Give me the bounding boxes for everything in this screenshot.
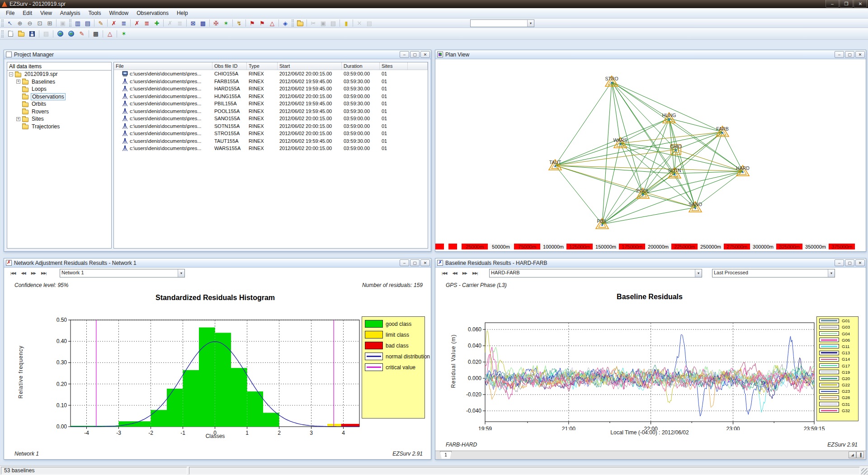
toolbar-search-combobox[interactable]: ▼ xyxy=(470,19,534,27)
edit-report-button[interactable]: ✎ xyxy=(76,29,87,39)
next-button[interactable]: ▶▶ xyxy=(28,270,38,277)
station-taut[interactable]: TAUT xyxy=(549,160,561,170)
toolbar-grip[interactable] xyxy=(1,19,4,27)
tree-item-trajectories[interactable]: Trajectories xyxy=(7,123,111,131)
close-button[interactable]: ✕ xyxy=(854,0,867,8)
remove-observation-button[interactable]: ✗ xyxy=(109,19,119,28)
previous-button[interactable]: ◀◀ xyxy=(449,270,459,277)
report-view-button[interactable]: ▤ xyxy=(83,19,93,28)
observation-signals-button[interactable]: ≣ xyxy=(119,19,129,28)
obs-file-row-chio155a[interactable]: c:\users\denis\documents\pres...CHIO155A… xyxy=(114,70,428,78)
obs-file-row-farb155a[interactable]: c:\users\denis\documents\pres...FARB155A… xyxy=(114,78,428,85)
zoom-out-button[interactable]: ⊖ xyxy=(25,19,35,28)
obs-file-row-sotn155a[interactable]: c:\users\denis\documents\pres...SOTN155A… xyxy=(114,122,428,130)
antenna-tower-button[interactable]: ✶ xyxy=(221,19,231,28)
column-header-sites[interactable]: Sites xyxy=(380,62,408,70)
plan-view-canvas[interactable]: STROHUNGFARBWARSCHIOTAUTSOTNHARDPOOLSANO… xyxy=(435,59,866,251)
tree-item-20120919-spr[interactable]: −20120919.spr xyxy=(7,71,111,78)
plan-edit-button[interactable]: ✎ xyxy=(96,19,106,28)
maximize-button[interactable]: ▢ xyxy=(410,259,420,266)
tree-expander-icon[interactable]: − xyxy=(9,72,13,76)
network-selector-combobox[interactable]: Network 1 ▼ xyxy=(60,269,185,277)
column-header-file[interactable]: File xyxy=(114,62,212,70)
process-data-button[interactable]: ◈ xyxy=(280,19,290,28)
chart-tab-1[interactable]: 1 xyxy=(440,451,452,459)
previous-button[interactable]: ◀◀ xyxy=(18,270,28,277)
column-header-type[interactable]: Type xyxy=(247,62,278,70)
flag-button[interactable]: ⚑ xyxy=(257,19,267,28)
select-pointer-button[interactable]: ↖ xyxy=(5,19,15,28)
paste-button[interactable]: ▤ xyxy=(328,19,338,28)
minimize-button[interactable]: – xyxy=(835,51,844,58)
zoom-window-button[interactable]: ⊡ xyxy=(35,19,45,28)
last-button[interactable]: ▶▶| xyxy=(38,270,49,277)
toolbar-grip[interactable] xyxy=(1,30,4,38)
zoom-in-button[interactable]: ⊕ xyxy=(15,19,25,28)
tree-item-rovers[interactable]: Rovers xyxy=(7,108,111,116)
add-station-button[interactable]: ✚ xyxy=(152,19,162,28)
first-button[interactable]: |◀◀ xyxy=(8,270,18,277)
print-button[interactable]: ▤ xyxy=(41,29,52,39)
process-manager-button[interactable]: ▮ xyxy=(341,19,351,28)
menu-help[interactable]: Help xyxy=(173,9,192,18)
adjust-triangle-button[interactable]: △ xyxy=(267,19,277,28)
obs-file-row-wars155a[interactable]: c:\users\denis\documents\pres...WARS155A… xyxy=(114,145,428,152)
network-adjustment-titlebar[interactable]: Network Adjustment Residuals Results - N… xyxy=(4,259,431,268)
column-header-duration[interactable]: Duration xyxy=(342,62,380,70)
tree-expander-icon[interactable]: + xyxy=(16,117,20,121)
obs-file-row-taut155a[interactable]: c:\users\denis\documents\pres...TAUT155A… xyxy=(114,137,428,145)
toolbar-grip[interactable] xyxy=(69,19,71,27)
edit-station-button[interactable]: ✗ xyxy=(132,19,142,28)
open-project-button[interactable] xyxy=(16,29,27,39)
web-mission-planning-button[interactable] xyxy=(55,29,66,39)
network-edit-button[interactable]: ✠ xyxy=(211,19,221,28)
obs-file-row-pool155a[interactable]: c:\users\denis\documents\pres...POOL155A… xyxy=(114,108,428,115)
resize-grip[interactable] xyxy=(861,468,868,475)
minimize-button[interactable]: – xyxy=(835,259,844,266)
tree-item-orbits[interactable]: Orbits xyxy=(7,100,111,108)
restore-button[interactable]: ❐ xyxy=(840,0,853,8)
station-pbil[interactable]: PBIL xyxy=(596,218,609,229)
copy-button[interactable]: ▣ xyxy=(318,19,328,28)
maximize-button[interactable]: ▢ xyxy=(845,51,854,58)
chevron-down-icon[interactable]: ▼ xyxy=(527,20,534,27)
column-header-obs-file-id[interactable]: Obs file ID xyxy=(212,62,247,70)
station-farb[interactable]: FARB xyxy=(716,126,729,136)
chevron-down-icon[interactable]: ▼ xyxy=(828,269,835,277)
maximize-button[interactable]: ▢ xyxy=(845,259,854,266)
solution-selector-combobox[interactable]: Last Processed ▼ xyxy=(712,269,835,277)
edit-signals-button[interactable]: ≣ xyxy=(142,19,152,28)
web-reference-data-button[interactable] xyxy=(66,29,76,39)
obs-file-row-hard155a[interactable]: c:\users\denis\documents\pres...HARD155A… xyxy=(114,85,428,93)
menu-window[interactable]: Window xyxy=(105,9,133,18)
plan-view-titlebar[interactable]: Plan View –▢✕ xyxy=(435,50,866,59)
menu-view[interactable]: View xyxy=(36,9,56,18)
menu-edit[interactable]: Edit xyxy=(19,9,36,18)
maximize-button[interactable]: ▢ xyxy=(410,51,420,58)
tree-filter-header[interactable]: All data items xyxy=(7,62,111,71)
obs-file-row-hung155a[interactable]: c:\users\denis\documents\pres...HUNG155A… xyxy=(114,93,428,100)
close-button[interactable]: ✕ xyxy=(855,259,865,266)
close-button[interactable]: ✕ xyxy=(420,51,430,58)
delete-button[interactable]: ✕ xyxy=(354,19,364,28)
export-results-button[interactable] xyxy=(295,19,305,28)
menu-analysis[interactable]: Analysis xyxy=(56,9,85,18)
cut-button[interactable]: ✂ xyxy=(308,19,318,28)
disabled-station-button[interactable]: ✗ xyxy=(165,19,175,28)
minimize-button[interactable]: – xyxy=(400,259,409,266)
baseline-selector-combobox[interactable]: HARD-FARB ▼ xyxy=(489,269,702,277)
station-pool[interactable]: POOL xyxy=(636,188,649,198)
toolbar-grip[interactable] xyxy=(292,19,294,27)
next-button[interactable]: ▶▶ xyxy=(460,270,470,277)
baseline-residuals-titlebar[interactable]: Baseline Residuals Results - HARD-FARB –… xyxy=(435,259,866,268)
flag-clock-button[interactable]: ⚑ xyxy=(247,19,257,28)
antenna-button[interactable]: ✶ xyxy=(118,29,129,39)
minimize-button[interactable]: – xyxy=(826,0,839,8)
tree-item-observations[interactable]: Observations xyxy=(7,93,111,101)
menu-file[interactable]: File xyxy=(2,9,19,18)
first-button[interactable]: |◀◀ xyxy=(439,270,449,277)
last-button[interactable]: ▶▶| xyxy=(470,270,480,277)
chevron-down-icon[interactable]: ▼ xyxy=(695,269,702,277)
close-button[interactable]: ✕ xyxy=(855,51,865,58)
disabled-signals-button[interactable]: ≣ xyxy=(175,19,185,28)
